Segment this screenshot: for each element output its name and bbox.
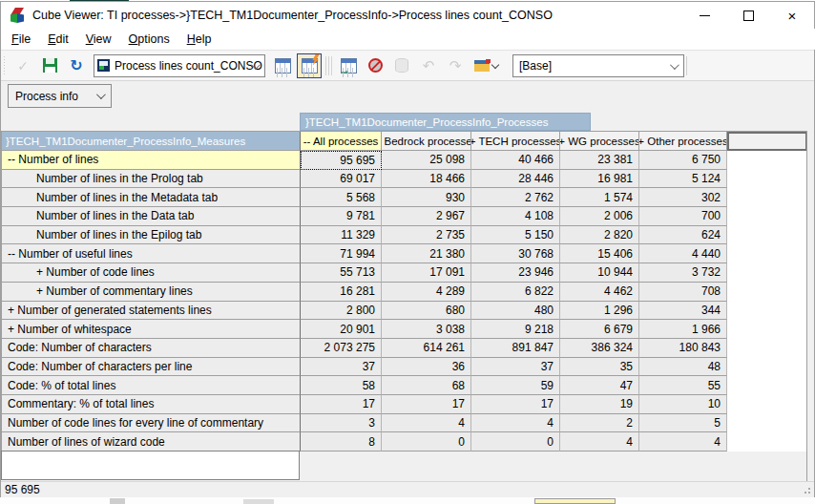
context-dimension-selector[interactable]: Process info bbox=[8, 84, 112, 108]
data-cell[interactable]: 35 bbox=[560, 358, 639, 377]
data-cell[interactable]: 2 735 bbox=[382, 226, 471, 245]
menu-item-file[interactable]: File bbox=[3, 30, 39, 49]
data-cell[interactable]: 930 bbox=[382, 188, 471, 207]
data-cell[interactable]: 6 679 bbox=[560, 320, 639, 339]
data-cell[interactable]: 71 994 bbox=[301, 244, 382, 263]
data-cell[interactable]: 0 bbox=[471, 432, 560, 452]
suspend-updates-button[interactable] bbox=[363, 53, 387, 78]
data-cell[interactable]: 4 440 bbox=[639, 244, 727, 263]
data-cell[interactable]: 4 108 bbox=[471, 207, 560, 226]
menu-item-edit[interactable]: Edit bbox=[39, 30, 77, 49]
data-cell[interactable]: 9 218 bbox=[471, 320, 560, 339]
data-cell[interactable]: 0 bbox=[382, 432, 471, 452]
data-cell[interactable]: 614 261 bbox=[382, 339, 471, 358]
data-cell[interactable]: 36 bbox=[382, 358, 471, 377]
refresh-button[interactable]: ↻ bbox=[64, 53, 89, 78]
data-cell[interactable]: 37 bbox=[471, 358, 560, 377]
column-dimension-header[interactable]: }TECH_TM1Documenter_ProcessInfo_Processe… bbox=[300, 113, 591, 131]
data-cell[interactable]: 48 bbox=[639, 358, 727, 377]
export-button[interactable]: → bbox=[336, 53, 361, 78]
data-cell[interactable]: 59 bbox=[471, 376, 560, 395]
data-cell[interactable]: 344 bbox=[639, 302, 727, 321]
row-header-cell[interactable]: Code: Number of characters per line bbox=[2, 358, 301, 377]
open-subset-button[interactable] bbox=[470, 53, 502, 78]
data-cell[interactable]: 4 bbox=[382, 414, 471, 433]
data-cell[interactable]: 680 bbox=[382, 302, 471, 321]
data-cell[interactable]: 5 150 bbox=[471, 226, 560, 245]
data-cell[interactable]: 4 bbox=[471, 414, 560, 433]
data-cell[interactable]: 23 381 bbox=[560, 151, 639, 170]
data-cell[interactable]: 302 bbox=[639, 188, 727, 207]
data-cell[interactable]: 4 bbox=[639, 432, 727, 452]
data-cell[interactable]: 480 bbox=[471, 302, 560, 321]
row-header-cell[interactable]: Number of lines in the Epilog tab bbox=[2, 226, 301, 245]
data-cell[interactable]: 28 446 bbox=[471, 170, 560, 189]
data-cell[interactable]: 37 bbox=[301, 358, 382, 377]
row-header-cell[interactable]: Number of lines of wizard code bbox=[2, 432, 301, 452]
data-cell[interactable]: 47 bbox=[560, 376, 639, 395]
data-cell[interactable]: 95 695 bbox=[301, 151, 382, 170]
data-cell[interactable]: 69 017 bbox=[301, 170, 382, 189]
column-header[interactable]: -- All processes bbox=[301, 132, 382, 151]
data-cell[interactable]: 55 bbox=[639, 376, 727, 395]
row-header-cell[interactable]: + Number of whitespace bbox=[2, 320, 301, 339]
data-cell[interactable]: 58 bbox=[301, 376, 382, 395]
save-button[interactable] bbox=[37, 53, 62, 78]
resize-grip[interactable] bbox=[801, 484, 812, 495]
row-header-cell[interactable]: Number of lines in the Data tab bbox=[2, 207, 301, 226]
data-cell[interactable]: 1 966 bbox=[639, 320, 727, 339]
data-cell[interactable]: 4 289 bbox=[382, 283, 471, 302]
minimize-button[interactable] bbox=[682, 2, 726, 29]
data-cell[interactable]: 21 380 bbox=[382, 244, 471, 263]
row-header-cell[interactable]: -- Number of useful lines bbox=[2, 244, 301, 263]
data-cell[interactable]: 23 946 bbox=[471, 263, 560, 283]
data-cell[interactable]: 25 098 bbox=[382, 151, 471, 170]
data-cell[interactable]: 5 124 bbox=[639, 170, 727, 189]
data-cell[interactable]: 5 bbox=[639, 414, 727, 433]
data-cell[interactable]: 891 847 bbox=[471, 339, 560, 358]
data-cell[interactable]: 386 324 bbox=[560, 339, 639, 358]
row-header-cell[interactable]: Code: % of total lines bbox=[2, 376, 301, 395]
menu-item-help[interactable]: Help bbox=[178, 30, 220, 49]
data-cell[interactable]: 17 bbox=[301, 395, 382, 414]
data-cell[interactable]: 4 462 bbox=[560, 283, 639, 302]
maximize-button[interactable] bbox=[726, 2, 770, 29]
data-cell[interactable]: 9 781 bbox=[301, 207, 382, 226]
close-button[interactable]: × bbox=[770, 2, 814, 29]
row-header-cell[interactable]: Number of lines in the Metadata tab bbox=[2, 188, 301, 207]
database-button[interactable] bbox=[389, 53, 414, 78]
data-cell[interactable]: 17 091 bbox=[382, 263, 471, 283]
menu-item-options[interactable]: Options bbox=[120, 30, 178, 49]
title-bar[interactable]: Cube Viewer: TI processes->}TECH_TM1Docu… bbox=[1, 2, 814, 29]
data-cell[interactable]: 2 006 bbox=[560, 207, 639, 226]
data-cell[interactable]: 68 bbox=[382, 376, 471, 395]
data-cell[interactable]: 1 296 bbox=[560, 302, 639, 321]
data-cell[interactable]: 3 bbox=[301, 414, 382, 433]
data-cell[interactable]: 18 466 bbox=[382, 170, 471, 189]
auto-recalculate-button[interactable] bbox=[297, 53, 322, 78]
data-cell[interactable]: 6 750 bbox=[639, 151, 727, 170]
subset-selector[interactable]: [Base] bbox=[512, 54, 684, 77]
row-header-cell[interactable]: + Number of generated statements lines bbox=[2, 302, 301, 321]
data-cell[interactable]: 10 944 bbox=[560, 263, 639, 283]
data-cell[interactable]: 708 bbox=[639, 283, 727, 302]
column-header[interactable]: + WG processes bbox=[560, 132, 639, 151]
data-cell[interactable]: 10 bbox=[639, 395, 727, 414]
cube-view-selector[interactable]: Process lines count_CONSO bbox=[94, 54, 265, 77]
row-header-cell[interactable]: Number of code lines for every line of c… bbox=[2, 414, 301, 433]
data-cell[interactable]: 17 bbox=[471, 395, 560, 414]
undo-button[interactable]: ↶ bbox=[416, 53, 441, 78]
data-cell[interactable]: 2 762 bbox=[471, 188, 560, 207]
data-cell[interactable]: 2 800 bbox=[301, 302, 382, 321]
data-cell[interactable]: 4 bbox=[560, 432, 639, 452]
recalculate-button[interactable] bbox=[270, 53, 295, 78]
row-header-cell[interactable]: Commentary: % of total lines bbox=[2, 395, 301, 414]
data-cell[interactable]: 15 406 bbox=[560, 244, 639, 263]
toolbar-grip[interactable] bbox=[3, 56, 7, 75]
column-header[interactable]: + Other processes bbox=[639, 132, 727, 151]
data-cell[interactable]: 11 329 bbox=[301, 226, 382, 245]
apply-button[interactable]: ✓ bbox=[10, 53, 35, 78]
data-cell[interactable]: 19 bbox=[560, 395, 639, 414]
row-header-cell[interactable]: Number of lines in the Prolog tab bbox=[2, 170, 301, 189]
data-cell[interactable]: 5 568 bbox=[301, 188, 382, 207]
